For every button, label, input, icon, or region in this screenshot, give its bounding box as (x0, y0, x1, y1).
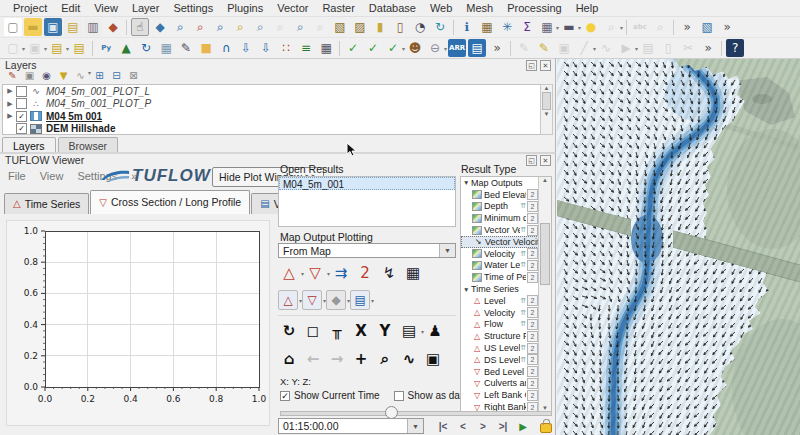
layer-row[interactable]: ▶∴M04_5m_001_PLOT_P (3, 98, 549, 111)
zoom-in-icon[interactable]: ⌕ (171, 18, 189, 36)
user-plot-data-icon[interactable]: ♟ (424, 320, 446, 342)
layer-visibility-checkbox[interactable] (16, 86, 27, 97)
result-type-row[interactable]: Bed Elevation2 (461, 189, 539, 201)
batch-cross-section-icon[interactable]: ▽ (302, 290, 322, 310)
result-type-row[interactable]: △Level⇈2 (461, 295, 539, 307)
check-integrity-icon[interactable]: ✓ (344, 39, 362, 57)
batch-timeseries-icon[interactable]: △ (278, 290, 298, 310)
new-map-view-icon[interactable]: ▧ (331, 18, 349, 36)
result-group-row[interactable]: ▼Time Series (461, 283, 539, 295)
result-badge[interactable]: 2 (527, 189, 538, 200)
dropdown-caret-icon[interactable]: ▾ (620, 24, 623, 31)
menu-web[interactable]: Web (423, 1, 459, 15)
tuflow-menu-file[interactable]: File (8, 170, 26, 182)
dropdown-caret-icon[interactable]: ▾ (22, 45, 25, 52)
tab-cross-section-long-profile[interactable]: ▽Cross Section / Long Profile (90, 190, 250, 214)
terrain-plugin-icon[interactable]: ▲ (117, 39, 135, 57)
dropdown-caret-icon[interactable]: ▾ (593, 45, 596, 52)
map-canvas[interactable] (557, 58, 800, 435)
doc-tool-icon[interactable]: ▤ (468, 39, 486, 57)
flip-x-axis-icon[interactable]: X (350, 320, 372, 342)
save-project-as-icon[interactable]: ▤ (64, 18, 82, 36)
checkbox-show-current-time[interactable]: ✓ (280, 391, 290, 401)
show-bookmarks-icon[interactable]: ▯ (391, 18, 409, 36)
flip-y-axis-icon[interactable]: Y (374, 320, 396, 342)
filter-by-expression-icon[interactable]: ∿ (73, 69, 88, 82)
expander-icon[interactable]: ▶ (5, 100, 15, 108)
capsule-tool-icon[interactable]: ⊖ (426, 39, 444, 57)
close-layers-button[interactable]: ✕ (540, 60, 551, 71)
result-badge[interactable]: 2 (527, 272, 538, 283)
cursor-trace-icon[interactable]: ↯ (378, 262, 400, 284)
zoom-last-icon[interactable]: ⌕ (291, 18, 309, 36)
result-type-row[interactable]: ▽Culverts and P...2 (461, 378, 539, 390)
result-badge[interactable]: 2 (527, 213, 538, 224)
zoom-out-icon[interactable]: ⌕ (191, 18, 209, 36)
menu-processing[interactable]: Processing (500, 1, 568, 15)
result-type-row[interactable]: Vector Velocity⇈2 (461, 224, 539, 236)
result-badge[interactable]: 2 (527, 307, 538, 318)
image-plugin-icon[interactable]: ▦ (317, 39, 335, 57)
step-last-button[interactable]: >| (494, 418, 512, 434)
secondary-axis-icon[interactable]: 2 (354, 262, 376, 284)
note-pin-icon[interactable]: ▤ (70, 39, 88, 57)
step-forward-button[interactable]: > (474, 418, 492, 434)
toolbar2-overflow-2-icon[interactable]: » (699, 39, 717, 57)
layers-scrollbar[interactable]: ▲▼ (540, 84, 553, 135)
play-button[interactable]: ▶ (514, 418, 532, 434)
result-badge[interactable]: 2 (527, 248, 538, 259)
result-type-row[interactable]: Minimum dt2 (461, 212, 539, 224)
result-badge[interactable]: 2 (527, 201, 538, 212)
pan-plot-icon[interactable]: + (350, 348, 372, 370)
dropdown-caret-icon[interactable]: ▾ (44, 45, 47, 52)
expander-icon[interactable]: ▶ (5, 112, 15, 120)
home-view-icon[interactable]: ⌂ (278, 348, 300, 370)
python-console-icon[interactable]: Py (97, 39, 115, 57)
open-result-item[interactable]: M04_5m_001 (279, 177, 455, 190)
result-type-row[interactable]: ▽Right Bank Ob...2 (461, 401, 539, 411)
check-1d-icon[interactable]: ✓ (384, 39, 402, 57)
layer-row[interactable]: ▶∿M04_5m_001_PLOT_L (3, 85, 549, 98)
step-back-button[interactable]: < (454, 418, 472, 434)
map-output-plotting-combo[interactable]: From Map ▼ (278, 243, 456, 258)
expand-all-icon[interactable]: ⊞ (92, 69, 107, 82)
collapse-all-icon[interactable]: ⊟ (109, 69, 124, 82)
cube-plugin-icon[interactable]: ■ (197, 39, 215, 57)
dropdown-caret-icon[interactable]: ▾ (556, 24, 559, 31)
check-q-icon[interactable]: ✓ (364, 39, 382, 57)
open-project-icon[interactable]: ▬ (24, 18, 42, 36)
result-badge[interactable]: 2 (527, 260, 538, 271)
result-group-row[interactable]: ▼Map Outputs (461, 177, 539, 189)
batch-vertical-profile-icon[interactable]: ▤ (350, 290, 370, 310)
dropdown-caret-icon[interactable]: ▾ (578, 24, 581, 31)
menu-raster[interactable]: Raster (315, 1, 361, 15)
menu-database[interactable]: Database (362, 1, 423, 15)
refresh-plot-icon[interactable]: ↻ (278, 320, 300, 342)
result-type-row[interactable]: ▽Left Bank Obve...2 (461, 389, 539, 401)
dropdown-caret-icon[interactable]: ▾ (88, 69, 91, 82)
temporal-controller-icon[interactable]: ◔ (411, 18, 429, 36)
checkbox-show-as-dates[interactable] (394, 391, 404, 401)
menu-mesh[interactable]: Mesh (459, 1, 500, 15)
menu-view[interactable]: View (87, 1, 125, 15)
toolbar1-overflow-icon[interactable]: » (678, 18, 696, 36)
pan-to-selection-icon[interactable]: ◆ (151, 18, 169, 36)
zoom-to-selection-icon[interactable]: ⌕ (231, 18, 249, 36)
result-type-row[interactable]: △Velocity⇈2 (461, 307, 539, 319)
dropdown-caret-icon[interactable]: ▾ (635, 45, 638, 52)
result-type-row[interactable]: Time of Peak h2 (461, 271, 539, 283)
map-tips-icon[interactable]: ● (582, 18, 600, 36)
result-badge[interactable]: 2 (527, 225, 538, 236)
clear-plot-icon[interactable]: ◻ (302, 320, 324, 342)
result-badge[interactable]: 2 (527, 354, 538, 365)
tuflow-menu-view[interactable]: View (40, 170, 64, 182)
mesh-plugin-icon[interactable]: ▦ (157, 39, 175, 57)
step-first-button[interactable]: |< (434, 418, 452, 434)
show-statistics-icon[interactable]: Σ (518, 18, 536, 36)
plot-timeseries-icon[interactable]: △ (278, 262, 300, 284)
result-badge[interactable]: 2 (527, 331, 538, 342)
new-3d-map-view-icon[interactable]: ▨ (351, 18, 369, 36)
undock-tuflow-button[interactable]: ◱ (526, 155, 537, 166)
layer-visibility-checkbox[interactable]: ✓ (16, 123, 27, 134)
expander-icon[interactable]: ▼ (463, 286, 471, 293)
